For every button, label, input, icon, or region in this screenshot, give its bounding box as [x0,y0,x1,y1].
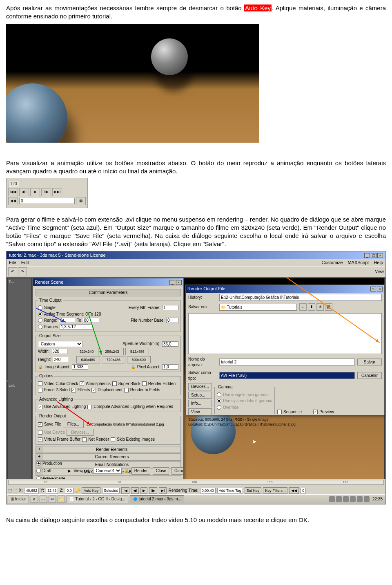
preset-640x480[interactable]: 640x480 [76,356,100,363]
savein-combo[interactable]: 📁 Tutoriais [219,304,297,311]
setkey-button[interactable]: Set Key [245,487,262,494]
menu-help[interactable]: Help [374,260,383,266]
ql-outlook-icon[interactable]: ✉ [49,495,56,503]
up-folder-icon[interactable]: ⬆ [308,303,315,311]
add-time-tag[interactable]: Add Time Tag [217,488,243,493]
viewport-select[interactable]: Camera01 [93,468,122,474]
pixel-aspect-input[interactable] [162,364,178,370]
radio-active-segment[interactable] [38,312,42,316]
play-play-icon[interactable]: ▶ [140,487,147,494]
task-word[interactable]: 📄 Tutorial - 2 - CG II - Desig... [67,495,128,503]
menu-edit[interactable]: Edit [21,260,29,266]
view-side-button[interactable]: View [188,408,212,416]
preset-512x486[interactable]: 512x486 [125,348,149,355]
range-to-input[interactable] [83,318,99,323]
history-combo[interactable]: E:\2-Unifra\Computação Gráfica II\Tutori… [219,294,382,301]
chk-net-render[interactable] [82,437,87,442]
dialog-minimize-icon[interactable]: _ [169,280,175,285]
first-frame-button[interactable]: I◀◀ [8,188,18,196]
save-button[interactable]: Salvar [357,359,382,366]
chk-atmospherics[interactable] [80,381,84,386]
last-frame-button[interactable]: ▶▶I [52,188,62,196]
rollout-render-elements[interactable]: +Render Elements [36,446,181,453]
range-from-input[interactable] [59,318,75,323]
output-preset-select[interactable]: Custom [38,341,83,347]
dialog-close-icon[interactable]: × [176,280,182,285]
radio-draft[interactable] [36,468,41,473]
viewport-left[interactable]: Left [7,382,32,484]
chk-displacement[interactable] [91,388,96,392]
prev-frame-button[interactable]: ◀II [19,188,29,196]
menu-customize[interactable]: Customize [321,260,343,266]
radio-production[interactable] [36,461,41,466]
tray-icon[interactable] [364,496,370,502]
filename-input[interactable] [219,359,355,365]
timeline-ruler[interactable]: 8090100110120 [8,480,384,485]
list-view-icon[interactable]: ▤ [325,303,332,311]
chk-render-hidden[interactable] [142,381,147,386]
tray-icon[interactable] [357,496,363,502]
nth-frame-input[interactable] [162,305,178,310]
common-parameters-header[interactable]: Common Parameters [36,289,181,296]
chk-skip-existing[interactable] [111,437,115,442]
file-dialog-help-icon[interactable]: ? [370,287,376,291]
file-list[interactable] [188,313,382,354]
chk-force-2sided[interactable] [38,388,42,392]
play-next-icon[interactable]: I▶ [149,487,157,494]
render-button[interactable]: Render [131,467,151,475]
selected-dropdown[interactable]: Selected [102,488,120,493]
file-number-base-input[interactable] [166,318,178,323]
tray-icon[interactable] [336,496,342,502]
devices-side-button[interactable]: Devices... [188,383,212,390]
preset-800x600[interactable]: 800x600 [127,356,151,363]
radio-range[interactable] [38,318,42,323]
autokey-button[interactable]: Auto Key [82,487,101,494]
maximize-icon[interactable]: □ [371,253,376,258]
preset-256x243[interactable]: 256x243 [100,348,124,355]
width-input[interactable] [51,349,67,354]
setup-side-button[interactable]: Setup... [188,392,212,399]
chk-use-advanced-lighting[interactable] [38,405,42,409]
keyfilters-button[interactable]: Key Filters... [263,487,287,494]
tray-icon[interactable] [343,496,349,502]
cancel-save-button[interactable]: Cancelar [357,372,382,379]
rewind-button[interactable]: ◀◀ [8,197,18,205]
task-3dsmax[interactable]: 🔷 tutorial 2.max - 3ds m... [130,495,184,503]
preset-320x240[interactable]: 320x240 [75,348,98,355]
chk-virtual-frame-buffer[interactable] [38,437,42,442]
chk-video-color-check[interactable] [38,381,42,386]
radio-frames[interactable] [38,325,42,329]
savetype-combo[interactable]: AVI File (*.avi) [219,372,355,379]
preset-720x486[interactable]: 720x486 [102,356,125,363]
image-aspect-input[interactable] [72,364,88,370]
ql-desktop-icon[interactable]: ▭ [40,495,47,503]
file-dialog-close-icon[interactable]: × [377,287,383,291]
chk-compute-advanced-lighting[interactable] [87,405,92,409]
next-frame-button[interactable]: II▶ [41,188,51,196]
redo-icon[interactable]: ↷ [18,267,27,276]
ql-ie-icon[interactable]: e [31,495,38,503]
back-icon[interactable]: ← [299,303,307,311]
menu-file[interactable]: File [9,260,16,266]
menu-maxscript[interactable]: MAXScript [347,260,369,266]
play-first-icon[interactable]: I◀ [121,487,129,494]
radio-single[interactable] [38,305,42,310]
chk-render-fields[interactable] [124,388,129,392]
chk-sequence[interactable] [277,410,282,414]
aperture-input[interactable] [162,341,178,347]
cancel-button[interactable]: Cancel [172,467,183,475]
minimize-icon[interactable]: _ [364,253,370,258]
play-button[interactable]: ▶ [30,188,40,196]
ql-folder-icon[interactable]: 📁 [58,495,65,503]
chk-preview[interactable] [313,410,318,414]
play-prev-icon[interactable]: ◀I [131,487,139,494]
close-icon[interactable]: × [377,253,383,258]
tray-icon[interactable] [350,496,356,502]
close-button[interactable]: Close [153,467,169,475]
devices-button[interactable]: Devices... [67,429,94,436]
frames-input[interactable] [60,324,92,329]
info-side-button[interactable]: Info... [188,400,212,407]
start-button[interactable]: ⊞Iniciar [8,495,29,503]
new-folder-icon[interactable]: ✳ [316,303,324,311]
status-frame[interactable]: 0 [301,488,306,493]
